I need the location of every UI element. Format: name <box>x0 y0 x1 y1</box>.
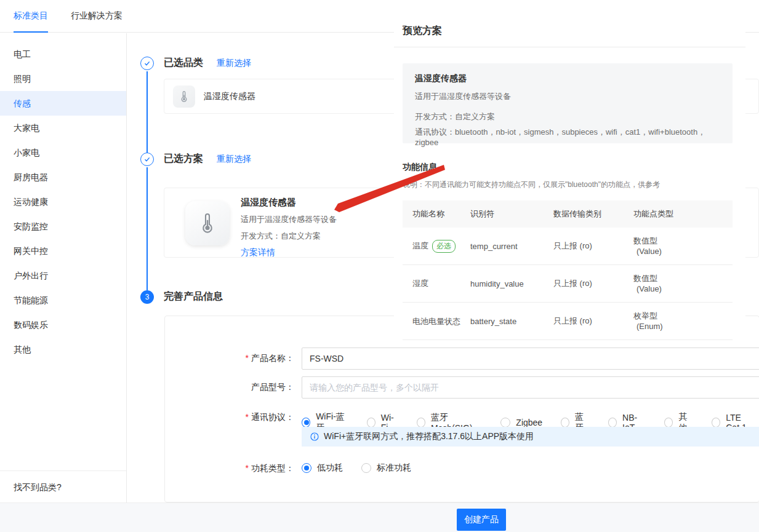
solution-name: 温湿度传感器 <box>241 197 337 208</box>
preview-protocols: 通讯协议：bluetooth，nb-iot，sigmesh，subpieces，… <box>415 127 720 147</box>
radio-dot[interactable] <box>302 418 310 427</box>
radio-dot[interactable] <box>367 418 375 427</box>
dp-type-name: 枚举型 <box>633 311 733 321</box>
category-sidebar: 电工照明传感大家电小家电厨房电器运动健康安防监控网关中控户外出行节能能源数码娱乐… <box>0 33 127 502</box>
preview-title: 预览方案 <box>403 25 442 38</box>
step1-header: 已选品类 重新选择 <box>164 57 251 69</box>
power-type-label: *功耗类型： <box>227 463 294 474</box>
sidebar-item-5[interactable]: 厨房电器 <box>0 165 126 189</box>
dp-type-cell: 数值型(Value) <box>633 273 733 294</box>
power-options-option-0[interactable]: 低功耗 <box>302 463 343 474</box>
sidebar-item-2[interactable]: 传感 <box>0 91 126 116</box>
cannot-find-category-link[interactable]: 找不到品类? <box>0 470 126 502</box>
step2-title: 已选方案 <box>164 153 203 165</box>
solution-detail-link[interactable]: 方案详情 <box>241 247 337 258</box>
required-asterisk: * <box>246 463 249 473</box>
dp-type-code: (Value) <box>633 246 733 256</box>
radio-dot[interactable] <box>712 418 720 427</box>
protocol-hint-bar: WiFi+蓝牙联网方式，推荐搭配3.17.6以上APP版本使用 <box>302 427 759 447</box>
step3-number: 3 <box>145 293 150 301</box>
sidebar-item-3[interactable]: 大家电 <box>0 116 126 140</box>
function-table-row-1: 湿度humidity_value只上报 (ro)数值型(Value) <box>403 265 733 303</box>
sidebar-item-4[interactable]: 小家电 <box>0 140 126 165</box>
power-type-radio-group: 低功耗标准功耗 <box>302 463 411 474</box>
identifier-cell: humidity_value <box>470 279 553 288</box>
dp-type-name: 数值型 <box>633 273 733 284</box>
col-transfer-type: 数据传输类别 <box>553 208 633 220</box>
identifier-cell: battery_state <box>470 317 553 326</box>
step1-title: 已选品类 <box>164 57 203 69</box>
step3-title: 完善产品信息 <box>164 290 223 303</box>
sidebar-item-0[interactable]: 电工 <box>0 42 126 66</box>
protocol-label: *通讯协议： <box>227 412 294 423</box>
sidebar-item-6[interactable]: 运动健康 <box>0 189 126 214</box>
radio-dot[interactable] <box>417 418 425 427</box>
function-table-row-2: 电池电量状态battery_state只上报 (ro)枚举型(Enum) <box>403 303 733 340</box>
step1-reselect-link[interactable]: 重新选择 <box>217 58 251 69</box>
required-badge: 必选 <box>432 240 456 253</box>
function-table-row-0: 温度必选temp_current只上报 (ro)数值型(Value) <box>403 228 733 265</box>
page-footer: 创建产品 <box>0 502 759 532</box>
radio-dot[interactable] <box>608 418 617 427</box>
radio-dot[interactable] <box>500 418 510 427</box>
solution-card-text: 温湿度传感器 适用于温湿度传感器等设备 开发方式：自定义方案 方案详情 <box>241 197 337 258</box>
step1-check-icon <box>140 57 154 70</box>
sidebar-item-11[interactable]: 数码娱乐 <box>0 312 126 337</box>
create-product-button[interactable]: 创建产品 <box>457 509 506 531</box>
col-identifier: 识别符 <box>470 208 553 220</box>
power-options-option-1[interactable]: 标准功耗 <box>361 463 411 474</box>
preview-panel: 预览方案 温湿度传感器 适用于温湿度传感器等设备 开发方式：自定义方案 通讯协议… <box>394 0 745 344</box>
dp-type-cell: 数值型(Value) <box>633 236 733 256</box>
function-table-body: 温度必选temp_current只上报 (ro)数值型(Value)湿度humi… <box>403 228 733 340</box>
function-info-note: 说明：不同通讯能力可能支持功能点不同，仅展示"bluetooth"的功能点，供参… <box>403 180 660 190</box>
sidebar-item-9[interactable]: 户外出行 <box>0 263 126 288</box>
thermometer-icon <box>173 85 195 108</box>
function-table-header: 功能名称 识别符 数据传输类别 功能点类型 <box>403 200 733 228</box>
check-icon <box>143 60 151 67</box>
thermometer-icon <box>185 201 230 245</box>
sidebar-item-12[interactable]: 其他 <box>0 337 126 362</box>
protocol-hint-text: WiFi+蓝牙联网方式，推荐搭配3.17.6以上APP版本使用 <box>324 431 534 442</box>
preview-solution-desc: 适用于温湿度传感器等设备 <box>415 91 720 102</box>
product-model-label: 产品型号： <box>227 382 294 393</box>
step3-header: 完善产品信息 <box>164 290 223 303</box>
radio-dot[interactable] <box>361 463 371 473</box>
func-name: 温度 <box>412 241 428 250</box>
step2-check-icon <box>140 153 154 166</box>
radio-label: Zigbee <box>516 418 542 427</box>
sidebar-item-10[interactable]: 节能能源 <box>0 288 126 312</box>
step2-reselect-link[interactable]: 重新选择 <box>217 154 251 165</box>
tab-standard-category[interactable]: 标准类目 <box>14 0 48 33</box>
product-name-input[interactable] <box>302 347 759 370</box>
selected-category-name: 温湿度传感器 <box>204 91 255 102</box>
dp-type-name: 数值型 <box>633 236 733 246</box>
func-name-cell: 电池电量状态 <box>403 316 470 327</box>
category-list: 电工照明传感大家电小家电厨房电器运动健康安防监控网关中控户外出行节能能源数码娱乐… <box>0 33 126 362</box>
func-name-cell: 湿度 <box>403 278 470 289</box>
protocol-options-option-3[interactable]: Zigbee <box>500 418 542 427</box>
required-asterisk: * <box>246 412 249 422</box>
preview-dev-mode: 开发方式：自定义方案 <box>415 111 720 122</box>
func-name: 湿度 <box>412 279 428 288</box>
tab-industry-solutions[interactable]: 行业解决方案 <box>71 0 122 33</box>
step3-number-badge: 3 <box>140 290 154 304</box>
sidebar-item-1[interactable]: 照明 <box>0 66 126 91</box>
product-create-page: 标准类目 行业解决方案 电工照明传感大家电小家电厨房电器运动健康安防监控网关中控… <box>0 0 759 532</box>
identifier-cell: temp_current <box>470 242 553 251</box>
sidebar-item-8[interactable]: 网关中控 <box>0 239 126 263</box>
function-table: 功能名称 识别符 数据传输类别 功能点类型 温度必选temp_current只上… <box>403 200 733 340</box>
info-icon <box>310 432 319 441</box>
thermometer-glyph <box>196 212 219 234</box>
col-dp-type: 功能点类型 <box>633 208 733 220</box>
solution-desc: 适用于温湿度传感器等设备 <box>241 214 337 225</box>
radio-dot[interactable] <box>664 418 673 427</box>
sidebar-item-7[interactable]: 安防监控 <box>0 214 126 239</box>
radio-dot[interactable] <box>561 418 569 427</box>
dp-type-cell: 枚举型(Enum) <box>633 311 733 332</box>
step-connector-1 <box>147 71 148 153</box>
preview-header <box>394 0 745 47</box>
product-name-label: *产品名称： <box>227 353 294 364</box>
product-model-input[interactable] <box>302 376 759 399</box>
radio-dot[interactable] <box>302 463 311 473</box>
step-connector-2 <box>147 167 148 290</box>
